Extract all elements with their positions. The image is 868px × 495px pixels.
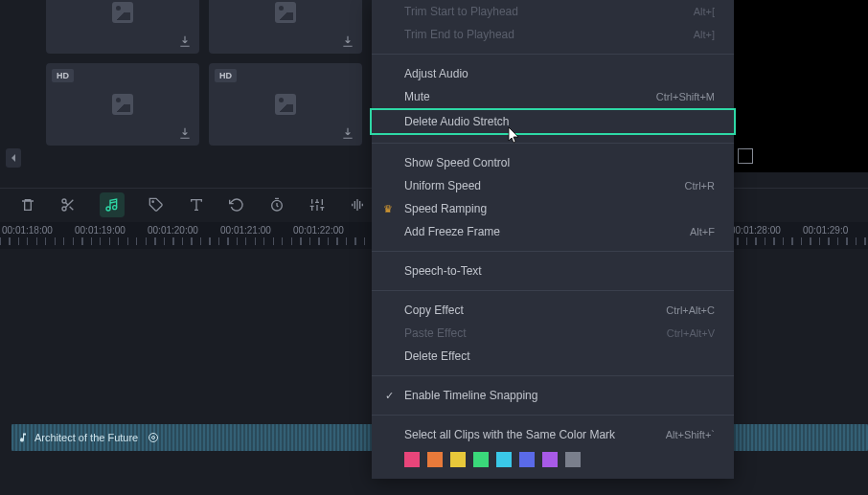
collapse-panel-button[interactable] [6,148,21,168]
context-menu-shortcut: Alt+F [690,226,715,237]
rotate-ccw-icon[interactable] [228,196,245,214]
download-icon[interactable] [341,126,354,140]
context-menu-item[interactable]: Delete Effect [372,345,734,368]
context-menu-separator [372,143,734,144]
context-menu-item: Trim Start to PlayheadAlt+[ [372,0,734,23]
color-mark-swatch[interactable] [496,452,512,467]
media-thumbnail[interactable] [209,0,362,54]
ruler-tick: 00:01:21:00 [218,225,291,236]
ruler-tick: 00:01:22:00 [291,225,364,236]
context-menu-item-label: Adjust Audio [404,67,468,80]
context-menu-shortcut: Ctrl+R [685,180,715,191]
context-menu-item[interactable]: Speech-to-Text [372,259,734,282]
ruler-tick: 00:01:18:00 [0,225,73,236]
context-menu-item[interactable]: Add Freeze FrameAlt+F [372,220,734,243]
context-menu-separator [372,54,734,55]
timer-icon[interactable] [268,196,286,214]
color-mark-swatch[interactable] [450,452,466,467]
context-menu-item-label: Show Speed Control [404,156,510,169]
context-menu-item[interactable]: ✓Enable Timeline Snapping [372,384,734,407]
svg-point-6 [149,434,158,442]
image-placeholder-icon [112,2,133,23]
ruler-tick: 00:01:29:0 [801,225,868,236]
scissors-icon[interactable] [59,196,77,214]
hd-badge: HD [52,69,74,82]
ruler-tick: 00:01:28:00 [728,225,801,236]
context-menu-item[interactable]: MuteCtrl+Shift+M [372,85,734,108]
svg-point-3 [113,205,117,209]
context-menu-item-label: Trim End to Playhead [404,28,514,41]
svg-point-7 [152,437,155,439]
audio-clip-label: Architect of the Future [17,432,159,443]
context-menu-item-label: Uniform Speed [404,179,481,192]
color-mark-swatch[interactable] [427,452,443,467]
context-menu-item-label: Paste Effect [404,326,466,340]
context-menu-item-label: Add Freeze Frame [404,225,500,238]
image-placeholder-icon [112,94,133,115]
color-mark-swatch[interactable] [565,452,581,467]
image-placeholder-icon [275,94,296,115]
audio-clip-title: Architect of the Future [34,432,138,443]
text-icon[interactable] [188,196,205,214]
color-mark-swatch[interactable] [542,452,558,467]
context-menu-shortcut: Ctrl+Alt+V [667,327,715,339]
media-thumbnails-area: HD HD [46,0,372,158]
context-menu-shortcut: Alt+] [694,29,715,40]
image-placeholder-icon [275,2,296,23]
color-mark-swatch[interactable] [519,452,535,467]
trash-icon[interactable] [19,196,36,214]
context-menu-shortcut: Alt+Shift+` [666,429,715,440]
context-menu-separator [372,375,734,376]
hd-badge: HD [215,69,237,82]
audio-stretch-icon[interactable] [100,192,125,217]
media-thumbnail[interactable] [46,0,199,54]
cursor-icon [508,126,521,144]
color-marks-row [372,446,734,467]
context-menu-shortcut: Ctrl+Shift+M [656,91,715,102]
svg-point-0 [62,199,66,203]
context-menu-item-label: Speech-to-Text [404,264,482,278]
crown-icon: ♛ [383,203,393,215]
media-thumbnail[interactable]: HD [46,63,199,146]
context-menu-item-label: Delete Audio Stretch [404,115,509,128]
context-menu-item[interactable]: Select all Clips with the Same Color Mar… [372,423,734,446]
svg-point-4 [152,201,153,202]
context-menu-item[interactable]: ♛Speed Ramping [372,197,734,220]
check-icon: ✓ [385,390,394,402]
context-menu-separator [372,415,734,416]
context-menu-item[interactable]: Adjust Audio [372,62,734,85]
media-thumbnail[interactable]: HD [209,63,362,146]
context-menu-item-label: Mute [404,90,430,103]
clip-marker-icon [148,432,159,443]
context-menu: Trim Start to PlayheadAlt+[Trim End to P… [372,0,734,479]
equalizer-icon[interactable] [349,196,366,214]
preview-control-icon[interactable] [738,148,753,164]
color-mark-swatch[interactable] [473,452,489,467]
context-menu-item[interactable]: Show Speed Control [372,151,734,174]
context-menu-item-label: Select all Clips with the Same Color Mar… [404,428,615,441]
ruler-tick: 00:01:20:00 [146,225,218,236]
ruler-tick: 00:01:19:00 [73,225,146,236]
tag-icon[interactable] [148,196,165,214]
context-menu-item[interactable]: Uniform SpeedCtrl+R [372,174,734,197]
context-menu-item-label: Enable Timeline Snapping [404,389,537,402]
download-icon[interactable] [178,34,192,48]
context-menu-separator [372,290,734,291]
video-preview [734,0,868,172]
svg-point-2 [106,207,110,211]
chevron-left-icon [10,153,17,163]
music-note-icon [17,432,29,443]
context-menu-item[interactable]: Delete Audio Stretch [370,108,736,135]
context-menu-item-label: Copy Effect [404,304,464,317]
context-menu-item-label: Trim Start to Playhead [404,5,518,18]
context-menu-item-label: Delete Effect [404,349,469,363]
context-menu-item: Paste EffectCtrl+Alt+V [372,322,734,345]
context-menu-shortcut: Alt+[ [694,6,715,17]
color-mark-swatch[interactable] [404,452,420,467]
sliders-icon[interactable] [308,196,326,214]
context-menu-item: Trim End to PlayheadAlt+] [372,23,734,46]
context-menu-separator [372,251,734,252]
context-menu-item[interactable]: Copy EffectCtrl+Alt+C [372,299,734,322]
download-icon[interactable] [178,126,192,140]
download-icon[interactable] [341,34,354,48]
